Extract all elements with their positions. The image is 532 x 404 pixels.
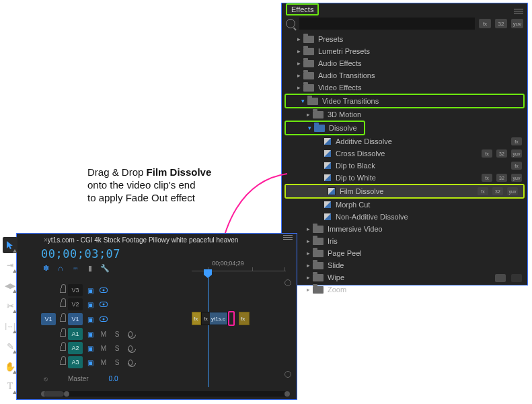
selection-tool[interactable] xyxy=(3,237,17,253)
playhead-timecode[interactable]: 00;00;03;07 xyxy=(41,247,297,261)
solo-toggle[interactable]: S xyxy=(112,358,122,367)
type-tool[interactable]: T xyxy=(3,378,17,395)
hand-tool[interactable]: ✋ xyxy=(3,358,17,374)
annotation-text: Drag & Drop Film Dissolve onto the video… xyxy=(87,166,262,204)
filter-yuv-icon[interactable]: yuv xyxy=(511,19,523,28)
folder-immersive-video[interactable]: ▸Immersive Video xyxy=(282,223,527,235)
transition-icon xyxy=(324,149,332,158)
sequence-tab[interactable]: yt1s.com - CGI 4k Stock Footage Pillowy … xyxy=(48,236,238,244)
snap-icon[interactable]: ∩ xyxy=(56,263,65,273)
toggle-output-icon[interactable]: ▣ xyxy=(85,300,95,309)
voiceover-icon[interactable] xyxy=(126,329,135,339)
folder-wipe[interactable]: ▸Wipe xyxy=(282,271,527,283)
marker-icon[interactable]: ▮ xyxy=(85,263,95,273)
folder-3d-motion[interactable]: ▸3D Motion xyxy=(282,108,527,121)
mute-toggle[interactable]: M xyxy=(99,358,108,367)
linked-selection-icon[interactable]: ⎓ xyxy=(71,263,80,273)
effect-additive-dissolve[interactable]: Additive Dissolvefx xyxy=(282,135,527,147)
effects-search-input[interactable] xyxy=(299,18,475,30)
lock-icon[interactable] xyxy=(57,332,68,337)
master-value[interactable]: 0.0 xyxy=(109,375,118,382)
track-select-tool[interactable]: ⇥ xyxy=(3,257,17,273)
lock-icon[interactable] xyxy=(57,302,68,307)
solo-toggle[interactable]: S xyxy=(112,343,122,353)
source-patch-v1[interactable]: V1 xyxy=(41,313,56,325)
razor-tool[interactable]: ✂ xyxy=(3,298,17,314)
folder-video-transitions[interactable]: ▾Video Transitions xyxy=(286,95,523,107)
timeline-menu-icon[interactable] xyxy=(283,235,293,240)
zoom-handle-icon[interactable] xyxy=(284,371,291,378)
folder-video-effects[interactable]: ▸Video Effects xyxy=(282,81,527,94)
solo-toggle[interactable]: S xyxy=(112,329,122,339)
toggle-output-icon[interactable]: ▣ xyxy=(85,314,95,324)
link-icon[interactable]: ⎋ xyxy=(44,375,48,382)
folder-presets[interactable]: ▸Presets xyxy=(282,33,527,45)
filter-32bit-icon[interactable]: 32 xyxy=(495,19,507,28)
folder-audio-transitions[interactable]: ▸Audio Transitions xyxy=(282,69,527,81)
master-track: ⎋ Master 0.0 xyxy=(17,372,118,384)
playhead-marker[interactable] xyxy=(204,269,212,275)
voiceover-icon[interactable] xyxy=(126,343,135,353)
transition-icon xyxy=(324,213,332,221)
transition-icon xyxy=(324,137,332,145)
folder-slide[interactable]: ▸Slide xyxy=(282,259,527,271)
filter-accelerated-icon[interactable]: fx xyxy=(479,19,491,28)
panel-menu-icon[interactable] xyxy=(514,6,523,15)
toggle-output-icon[interactable]: ▣ xyxy=(85,358,95,367)
lock-icon[interactable] xyxy=(57,288,68,293)
effects-panel: Effects fx 32 yuv ▸Presets ▸Lumetri Pres… xyxy=(281,3,528,285)
effect-dip-to-white[interactable]: Dip to Whitefx32yuv xyxy=(282,172,527,184)
eye-icon[interactable] xyxy=(99,300,108,309)
transition-clip-end[interactable]: fx xyxy=(239,312,250,325)
effects-tree: ▸Presets ▸Lumetri Presets ▸Audio Effects… xyxy=(282,32,527,296)
track-target-a2[interactable]: A2 xyxy=(68,342,83,354)
eye-icon[interactable] xyxy=(99,314,108,324)
transition-icon xyxy=(324,174,332,182)
video-clip[interactable]: fxyt1s.c xyxy=(201,312,228,325)
effect-non-additive-dissolve[interactable]: Non-Additive Dissolve xyxy=(282,211,527,223)
timeline-panel: × yt1s.com - CGI 4k Stock Footage Pillow… xyxy=(16,233,297,400)
effect-dip-to-black[interactable]: Dip to Blackfx xyxy=(282,160,527,172)
track-target-v2[interactable]: V2 xyxy=(68,298,83,310)
toolbar: ⇥ ◀▶ ✂ |↔| ✎ ✋ T xyxy=(2,237,18,395)
toggle-output-icon[interactable]: ▣ xyxy=(85,329,95,339)
toggle-output-icon[interactable]: ▣ xyxy=(85,343,95,353)
master-label: Master xyxy=(68,375,89,382)
effect-film-dissolve[interactable]: Film Dissolvefx32yuv xyxy=(286,185,523,197)
transition-icon xyxy=(324,162,332,170)
track-target-v3[interactable]: V3 xyxy=(68,284,83,296)
folder-zoom[interactable]: ▸Zoom xyxy=(282,283,527,296)
track-target-v1[interactable]: V1 xyxy=(68,313,83,325)
eye-icon[interactable] xyxy=(99,285,108,295)
effect-cross-dissolve[interactable]: Cross Dissolvefx32yuv xyxy=(282,147,527,160)
settings-icon[interactable]: 🔧 xyxy=(100,263,110,273)
effects-tab[interactable]: Effects xyxy=(286,3,319,15)
lock-icon[interactable] xyxy=(57,360,68,365)
track-target-a1[interactable]: A1 xyxy=(68,328,83,340)
effect-morph-cut[interactable]: Morph Cut xyxy=(282,199,527,211)
track-target-a3[interactable]: A3 xyxy=(68,356,83,368)
slip-tool[interactable]: |↔| xyxy=(3,318,17,334)
transition-icon xyxy=(328,187,336,195)
voiceover-icon[interactable] xyxy=(126,358,135,367)
folder-iris[interactable]: ▸Iris xyxy=(282,235,527,247)
ripple-edit-tool[interactable]: ◀▶ xyxy=(3,277,17,294)
folder-audio-effects[interactable]: ▸Audio Effects xyxy=(282,57,527,69)
transition-clip-start[interactable]: fx xyxy=(192,312,201,325)
toggle-output-icon[interactable]: ▣ xyxy=(85,285,95,295)
folder-dissolve[interactable]: ▾Dissolve xyxy=(286,122,364,134)
search-icon xyxy=(286,19,295,28)
folder-lumetri-presets[interactable]: ▸Lumetri Presets xyxy=(282,45,527,57)
lock-icon[interactable] xyxy=(57,317,68,322)
timeline-scrollbar[interactable] xyxy=(41,391,290,397)
mute-toggle[interactable]: M xyxy=(99,329,108,339)
drop-target-marker xyxy=(228,311,235,326)
pen-tool[interactable]: ✎ xyxy=(3,338,17,354)
mute-toggle[interactable]: M xyxy=(99,343,108,353)
folder-page-peel[interactable]: ▸Page Peel xyxy=(282,247,527,259)
zoom-handle-icon[interactable] xyxy=(284,279,291,286)
lock-icon[interactable] xyxy=(57,346,68,351)
delete-icon[interactable] xyxy=(511,274,522,282)
new-bin-icon[interactable] xyxy=(495,274,506,282)
nest-icon[interactable]: ✽ xyxy=(41,263,50,273)
